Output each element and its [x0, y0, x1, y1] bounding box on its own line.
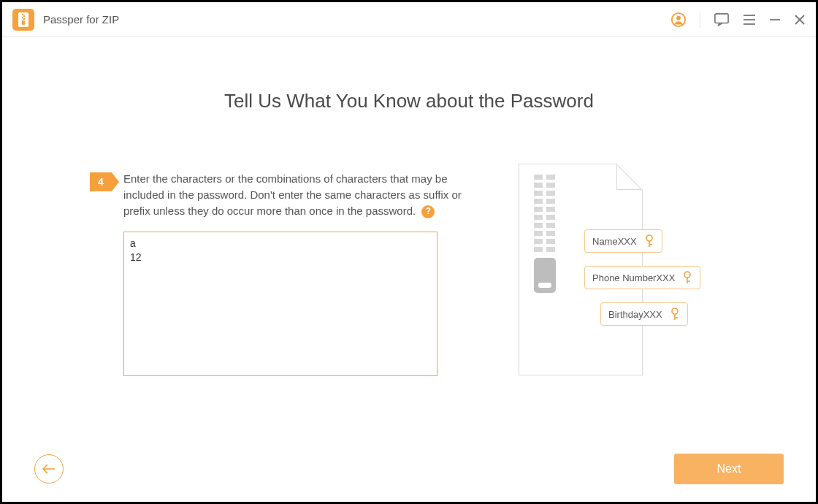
- page-title: Tell Us What You Know about the Password: [46, 90, 772, 112]
- page-fold: [616, 164, 643, 190]
- help-icon[interactable]: ?: [421, 205, 435, 218]
- svg-rect-8: [715, 13, 728, 23]
- svg-point-15: [646, 235, 652, 241]
- next-button[interactable]: Next: [674, 454, 784, 484]
- svg-point-18: [684, 272, 690, 278]
- svg-rect-4: [23, 18, 25, 20]
- app-window: Passper for ZIP Tell Us What You Know ab…: [2, 2, 816, 502]
- svg-point-7: [676, 15, 681, 20]
- characters-input[interactable]: [123, 232, 437, 376]
- key-icon: [670, 308, 680, 321]
- minimize-icon[interactable]: [769, 14, 781, 26]
- account-icon[interactable]: [670, 12, 687, 28]
- close-icon[interactable]: [794, 14, 806, 26]
- menu-icon[interactable]: [743, 14, 756, 26]
- zipper-slider: [534, 258, 556, 293]
- svg-rect-3: [22, 17, 23, 18]
- titlebar-controls: [670, 12, 806, 28]
- left-panel: 4 Enter the characters or the combinatio…: [90, 171, 470, 383]
- app-icon: [12, 9, 34, 31]
- back-button[interactable]: [34, 454, 64, 484]
- key-icon: [644, 234, 654, 248]
- hint-label: BirthdayXXX: [608, 309, 662, 320]
- separator: [700, 12, 700, 28]
- footer: Next: [2, 436, 816, 502]
- step-badge: 4: [90, 172, 112, 191]
- right-panel: NameXXX Phone NumberXXX BirthdayXXX: [470, 171, 772, 383]
- hint-label: NameXXX: [592, 236, 637, 247]
- svg-rect-1: [22, 14, 23, 15]
- zipper-pattern: [534, 175, 556, 252]
- svg-point-21: [672, 308, 678, 314]
- content-area: Tell Us What You Know about the Password…: [2, 37, 816, 436]
- instruction-text: Enter the characters or the combinations…: [123, 171, 470, 218]
- app-title: Passper for ZIP: [43, 13, 119, 26]
- svg-rect-2: [23, 15, 25, 17]
- instruction-body: Enter the characters or the combinations…: [123, 172, 462, 217]
- svg-rect-5: [22, 20, 25, 25]
- hint-tag-birthday: BirthdayXXX: [600, 302, 688, 326]
- zip-illustration: NameXXX Phone NumberXXX BirthdayXXX: [519, 164, 723, 383]
- hint-tag-name: NameXXX: [584, 229, 662, 253]
- titlebar: Passper for ZIP: [2, 2, 816, 37]
- key-icon: [682, 271, 692, 284]
- hint-label: Phone NumberXXX: [592, 272, 675, 283]
- feedback-icon[interactable]: [714, 12, 730, 27]
- hint-tag-phone: Phone NumberXXX: [584, 266, 700, 289]
